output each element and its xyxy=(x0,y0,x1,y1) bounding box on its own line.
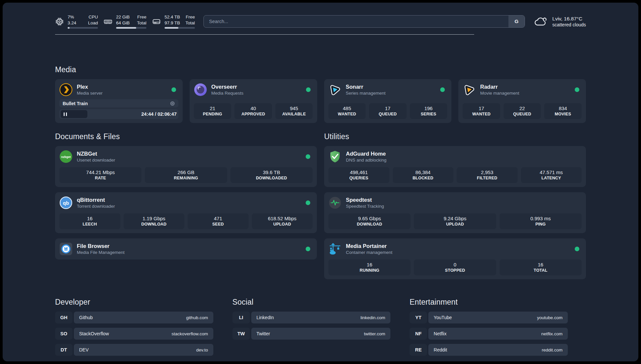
bookmark-reddit[interactable]: RE Redditreddit.com xyxy=(410,344,568,356)
bookmark-name: Twitter xyxy=(257,331,270,336)
app-title: Radarr xyxy=(480,84,519,90)
stat-box: 618.52 MbpsUPLOAD xyxy=(252,213,313,229)
section-title-media: Media xyxy=(55,65,586,74)
app-subtitle: Usenet downloader xyxy=(77,158,115,163)
app-card-plex[interactable]: Plex Media server Bullet Train xyxy=(55,79,183,123)
stat-box: 47.571 msLATENCY xyxy=(521,167,582,183)
bookmark-name: Reddit xyxy=(434,347,447,352)
disk-labels: Free Total xyxy=(185,14,195,26)
bookmark-url: github.com xyxy=(186,315,208,320)
bookmark-stackoverflow[interactable]: SO StackOverflowstackoverflow.com xyxy=(55,328,213,340)
weather-widget: Lviv, 16.87°C scattered clouds xyxy=(534,15,586,27)
bookmark-url: reddit.com xyxy=(542,348,563,352)
documents-column: Documents & Files nzbget NZBGet Usenet d… xyxy=(55,132,317,259)
app-card-nzbget[interactable]: nzbget NZBGet Usenet downloader 744.21 M… xyxy=(55,146,317,187)
bookmark-abbr: DT xyxy=(55,344,73,356)
section-title-developer: Developer xyxy=(55,298,213,307)
disk-icon xyxy=(152,17,161,26)
bookmark-url: dev.to xyxy=(196,348,208,352)
bookmark-name: LinkedIn xyxy=(257,315,274,320)
bookmark-abbr: YT xyxy=(410,312,427,323)
app-card-adguard[interactable]: AdGuard Home DNS and adblocking 498,461Q… xyxy=(324,146,586,187)
now-playing-title: Bullet Train xyxy=(63,101,88,106)
cpu-progress-bar xyxy=(68,27,98,29)
utilities-column: Utilities xyxy=(324,132,586,279)
stat-box: 39.6 TBDOWNLOADED xyxy=(230,167,313,183)
app-subtitle: DNS and adblocking xyxy=(346,158,386,163)
status-dot-online xyxy=(306,87,311,92)
system-stats: 7% 3.24 CPU Load xyxy=(55,14,195,29)
app-card-overseerr[interactable]: Overseerr Media Requests 21PENDING 40APP… xyxy=(190,79,317,123)
bookmark-linkedin[interactable]: LI LinkedInlinkedin.com xyxy=(232,312,391,323)
status-dot-online xyxy=(306,247,310,251)
disk-values: 52.4 TB 97.9 TB xyxy=(165,14,180,26)
app-subtitle: Speedtest Tracking xyxy=(346,204,384,209)
bookmark-youtube[interactable]: YT YouTubeyoutube.com xyxy=(410,312,568,323)
qbittorrent-icon: qb xyxy=(59,196,73,209)
svg-text:nzbget: nzbget xyxy=(61,155,71,159)
memory-stat: 22 GiB 64 GiB Free Total xyxy=(104,14,146,29)
bookmark-twitter[interactable]: TW Twittertwitter.com xyxy=(232,328,391,340)
disk-stat: 52.4 TB 97.9 TB Free Total xyxy=(152,14,195,29)
overseerr-icon xyxy=(194,83,207,96)
search-input[interactable] xyxy=(204,15,508,27)
app-title: File Browser xyxy=(77,243,125,249)
bookmark-dev[interactable]: DT DEVdev.to xyxy=(55,344,213,356)
status-dot-online xyxy=(306,200,310,205)
stat-box: 2,953FILTERED xyxy=(457,167,518,183)
app-card-sonarr[interactable]: Sonarr Series management 485WANTED 17QUE… xyxy=(324,79,452,123)
app-title: AdGuard Home xyxy=(346,151,386,157)
app-title: qBittorrent xyxy=(77,197,115,203)
section-title-documents: Documents & Files xyxy=(55,132,317,141)
bookmark-abbr: TW xyxy=(232,328,250,340)
app-title: NZBGet xyxy=(77,151,115,157)
bookmark-group-social: Social LI LinkedInlinkedin.com TW Twitte… xyxy=(232,298,391,356)
dashboard-page: 7% 3.24 CPU Load xyxy=(3,3,638,361)
cpu-icon xyxy=(55,17,64,26)
bookmark-name: Netflix xyxy=(434,331,446,336)
top-bar: 7% 3.24 CPU Load xyxy=(55,13,586,30)
player-bar: 24:44 / 02:06:47 xyxy=(59,109,178,119)
stat-box: 485WANTED xyxy=(328,103,366,119)
bookmark-url: youtube.com xyxy=(537,315,563,320)
bookmark-name: Github xyxy=(79,315,93,320)
disk-progress-bar xyxy=(165,27,195,29)
filebrowser-icon xyxy=(59,242,73,256)
app-card-qbittorrent[interactable]: qb qBittorrent Torrent downloader 16LEEC… xyxy=(55,192,317,233)
app-title: Overseerr xyxy=(211,84,244,90)
memory-progress-bar xyxy=(116,27,146,29)
app-card-filebrowser[interactable]: File Browser Media File Management xyxy=(55,238,317,259)
status-dot-online xyxy=(575,87,579,92)
bookmark-url: stackoverflow.com xyxy=(171,331,208,336)
sonarr-icon xyxy=(328,83,342,96)
adguard-icon xyxy=(328,150,342,163)
app-title: Sonarr xyxy=(346,84,386,90)
app-subtitle: Movie management xyxy=(480,91,519,96)
stat-box: 16TOTAL xyxy=(500,259,582,275)
stat-box: 9.65 GbpsDOWNLOAD xyxy=(328,213,411,229)
now-playing-row: Bullet Train xyxy=(59,99,178,107)
app-card-speedtest[interactable]: Speedtest Speedtest Tracking 9.65 GbpsDO… xyxy=(324,192,586,233)
app-card-portainer[interactable]: Media Portainer Container management 16R… xyxy=(324,238,586,279)
bookmark-netflix[interactable]: NF Netflixnetflix.com xyxy=(410,328,568,340)
stat-box: 21PENDING xyxy=(194,103,231,119)
weather-condition: scattered clouds xyxy=(552,22,586,27)
app-card-radarr[interactable]: Radarr Movie management 17WANTED 22QUEUE… xyxy=(458,79,586,123)
search-provider-button[interactable]: G xyxy=(508,15,525,27)
status-dot-online xyxy=(306,154,310,159)
app-title: Media Portainer xyxy=(346,243,392,249)
stat-box: 9.24 GbpsUPLOAD xyxy=(414,213,496,229)
stat-box: 17WANTED xyxy=(463,103,500,119)
settings-icon[interactable] xyxy=(170,101,175,106)
stat-box: 40APPROVED xyxy=(234,103,272,119)
cpu-labels: CPU Load xyxy=(88,14,98,26)
stat-box: 471SEED xyxy=(188,213,249,229)
stat-box: 0STOPPED xyxy=(414,259,496,275)
weather-location: Lviv, 16.87°C xyxy=(552,16,586,22)
app-subtitle: Series management xyxy=(346,91,386,96)
app-subtitle: Torrent downloader xyxy=(77,204,115,209)
bookmark-github[interactable]: GH Githubgithub.com xyxy=(55,312,213,323)
pause-button[interactable] xyxy=(61,110,87,118)
bookmark-group-developer: Developer GH Githubgithub.com SO StackOv… xyxy=(55,298,213,356)
stat-box: 16LEECH xyxy=(59,213,120,229)
